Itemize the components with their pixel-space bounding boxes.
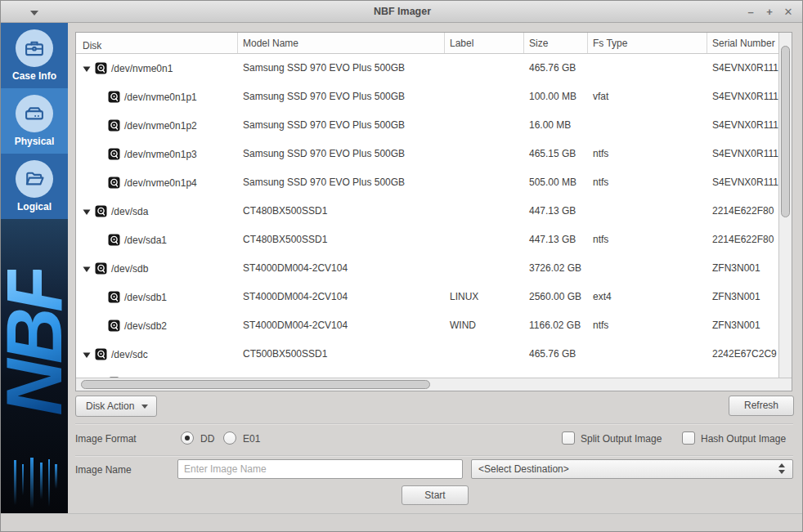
model-name: ST4000DM004-2CV104 — [238, 283, 445, 311]
serial-number: ZFN3N001 — [707, 283, 778, 311]
disk-action-label: Disk Action — [86, 400, 134, 412]
disk-path: /dev/nvme0n1p1 — [124, 92, 197, 103]
serial-number: 2214E622F80 — [707, 197, 778, 226]
disk-size: 505.00 MB — [524, 168, 588, 197]
disk-icon — [95, 205, 107, 217]
disk-icon — [108, 148, 120, 160]
hash-output-label[interactable]: Hash Output Image — [701, 433, 786, 445]
volume-label — [445, 140, 524, 168]
image-format-label: Image Format — [75, 433, 137, 445]
volume-label — [445, 340, 524, 369]
volume-label — [445, 83, 524, 111]
sidebar: Case Info Physical Logical — [1, 23, 68, 513]
fs-type: ext4 — [588, 283, 707, 311]
disk-icon — [108, 320, 120, 332]
fs-type: ntfs — [588, 311, 707, 340]
table-row[interactable]: /dev/sda1CT480BX500SSD1447.13 GBntfs2214… — [76, 226, 778, 254]
folder-icon — [16, 160, 53, 198]
volume-label: LINUX — [445, 283, 524, 311]
image-name-input[interactable] — [177, 459, 463, 479]
column-header-size[interactable]: Size — [524, 33, 588, 53]
table-row[interactable]: /dev/sdaCT480BX500SSD1447.13 GB2214E622F… — [76, 197, 778, 226]
logo-drip — [22, 464, 24, 495]
disk-path: /dev/nvme0n1p4 — [124, 177, 197, 189]
start-button[interactable]: Start — [402, 485, 469, 505]
model-name: Samsung SSD 970 EVO Plus 500GB — [238, 111, 445, 140]
fs-type: ntfs — [588, 140, 707, 168]
disk-icon — [95, 262, 107, 275]
volume-label — [445, 369, 524, 378]
disk-path: /dev/sda1 — [124, 235, 167, 246]
serial-number: S4EVNX0R111 — [707, 140, 778, 168]
disk-path: /dev/nvme0n1p2 — [124, 120, 197, 132]
hash-output-checkbox[interactable] — [682, 431, 695, 445]
disk-icon — [108, 177, 120, 189]
table-row[interactable]: /dev/sdb1ST4000DM004-2CV104LINUX2560.00 … — [76, 283, 778, 311]
table-row[interactable]: /dev/nvme0n1p2Samsung SSD 970 EVO Plus 5… — [76, 111, 778, 140]
split-output-checkbox[interactable] — [562, 431, 575, 445]
column-header-serial-number[interactable]: Serial Number — [707, 33, 778, 53]
model-name — [238, 369, 445, 378]
vertical-scrollbar[interactable] — [778, 33, 792, 378]
table-row[interactable]: /dev/nvme0n1p1Samsung SSD 970 EVO Plus 5… — [76, 83, 778, 111]
disk-path: /dev/sdb1 — [124, 292, 167, 303]
refresh-button[interactable]: Refresh — [729, 396, 794, 416]
fs-type — [588, 340, 707, 369]
table-row[interactable]: /dev/nvme0n1p4Samsung SSD 970 EVO Plus 5… — [76, 168, 778, 197]
volume-label — [445, 168, 524, 197]
sidebar-item-logical[interactable]: Logical — [1, 154, 68, 219]
serial-number: ZFN3N001 — [707, 311, 778, 340]
radio-dd[interactable] — [181, 431, 194, 445]
column-header-model-name[interactable]: Model Name — [238, 33, 445, 53]
disk-icon — [95, 62, 107, 74]
column-header-label[interactable]: Label — [445, 33, 524, 53]
expand-arrow-icon[interactable] — [83, 65, 95, 73]
table-row[interactable]: /dev/nvme0n1p3Samsung SSD 970 EVO Plus 5… — [76, 140, 778, 168]
radio-dd-label[interactable]: DD — [200, 433, 214, 445]
fs-type — [588, 197, 707, 226]
horizontal-scrollbar-thumb[interactable] — [81, 380, 430, 389]
table-row[interactable]: /dev/sdbST4000DM004-2CV1043726.02 GBZFN3… — [76, 254, 778, 283]
expand-arrow-icon[interactable] — [83, 351, 95, 359]
volume-label — [445, 254, 524, 283]
sidebar-item-case-info[interactable]: Case Info — [1, 23, 68, 88]
nbf-logo: NBF — [1, 219, 68, 513]
model-name: ST4000DM004-2CV104 — [238, 311, 445, 340]
minimize-button[interactable]: – — [743, 5, 758, 20]
maximize-button[interactable]: + — [762, 5, 777, 20]
table-row[interactable]: /dev/sdcCT500BX500SSD1465.76 GB2242E67C2… — [76, 340, 778, 369]
radio-e01[interactable] — [223, 431, 236, 445]
sidebar-item-label: Logical — [17, 201, 52, 212]
split-output-label[interactable]: Split Output Image — [581, 433, 662, 445]
drive-icon — [16, 95, 53, 132]
disk-path: /dev/sda — [111, 206, 148, 217]
column-header-fs-type[interactable]: Fs Type — [588, 33, 707, 53]
titlebar: NBF Imager – + ✕ — [1, 1, 803, 23]
vertical-scrollbar-thumb[interactable] — [781, 46, 790, 217]
disk-size: 447.13 GB — [524, 197, 588, 226]
chevron-down-icon — [141, 405, 148, 409]
disk-size: 3726.02 GB — [524, 254, 588, 283]
expand-arrow-icon[interactable] — [83, 208, 95, 216]
radio-e01-label[interactable]: E01 — [243, 433, 260, 445]
disk-size: 465.76 GB — [524, 54, 588, 83]
disk-action-button[interactable]: Disk Action — [75, 396, 157, 417]
close-button[interactable]: ✕ — [781, 5, 796, 20]
expand-arrow-icon[interactable] — [83, 265, 95, 273]
model-name: ST4000DM004-2CV104 — [238, 254, 445, 283]
disk-path: /dev/sdb — [111, 263, 148, 275]
fs-type — [588, 369, 707, 378]
briefcase-icon — [16, 29, 53, 67]
horizontal-scrollbar[interactable] — [76, 378, 792, 391]
sidebar-item-physical[interactable]: Physical — [1, 88, 68, 154]
model-name: CT480BX500SSD1 — [238, 197, 445, 226]
serial-number: 2214E622F80 — [707, 226, 778, 254]
table-row[interactable]: /dev/nvme0n1Samsung SSD 970 EVO Plus 500… — [76, 54, 778, 83]
table-row[interactable]: /dev/sdb2ST4000DM004-2CV104WIND1166.02 G… — [76, 311, 778, 340]
volume-label — [445, 197, 524, 226]
column-header-disk[interactable]: Disk — [76, 33, 238, 53]
table-row[interactable] — [76, 369, 778, 378]
image-name-label: Image Name — [75, 464, 132, 476]
disk-icon — [108, 291, 120, 303]
destination-select[interactable]: <Select Destination> — [471, 459, 793, 479]
